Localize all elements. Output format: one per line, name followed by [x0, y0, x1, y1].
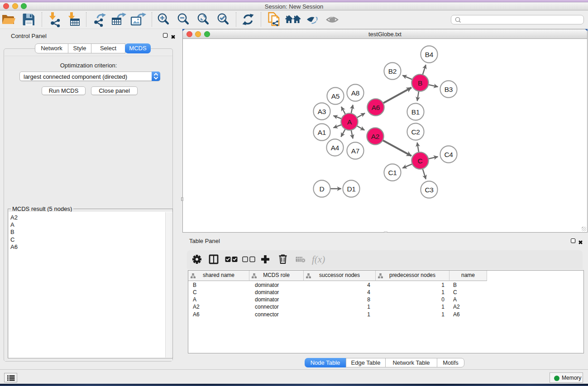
svg-text:A4: A4 — [331, 144, 339, 152]
svg-text:A5: A5 — [331, 92, 339, 100]
svg-text:B2: B2 — [388, 67, 397, 75]
svg-text:C2: C2 — [411, 128, 420, 136]
svg-text:C1: C1 — [388, 169, 397, 176]
svg-text:A3: A3 — [318, 108, 326, 115]
svg-text:B3: B3 — [445, 86, 453, 93]
svg-text:A2: A2 — [371, 133, 379, 140]
svg-text:A6: A6 — [372, 104, 380, 111]
svg-text:C: C — [418, 157, 423, 165]
svg-text:D: D — [320, 185, 325, 193]
svg-text:B1: B1 — [411, 108, 420, 116]
svg-text:A1: A1 — [318, 129, 326, 136]
svg-text:B4: B4 — [425, 51, 434, 58]
svg-text:A7: A7 — [351, 147, 359, 155]
svg-text:C4: C4 — [444, 151, 453, 158]
svg-text:f(x): f(x) — [312, 254, 325, 265]
svg-text:B: B — [418, 79, 422, 87]
svg-text:A8: A8 — [351, 89, 359, 97]
svg-text:D1: D1 — [347, 185, 355, 193]
svg-text:C3: C3 — [425, 186, 433, 194]
svg-text:A: A — [347, 118, 352, 126]
